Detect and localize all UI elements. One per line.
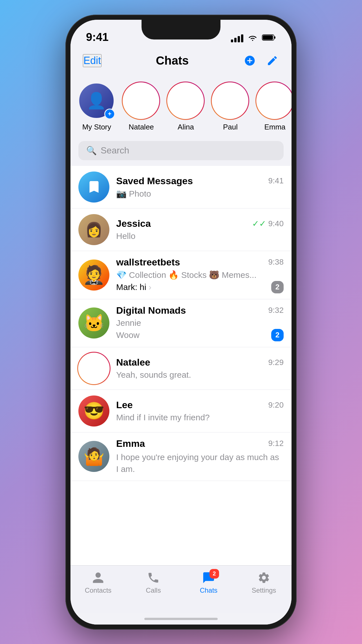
paul-story-avatar-wrap: 👨 [212, 83, 249, 119]
digital-nomads-badge: 2 [271, 329, 284, 341]
status-time: 9:41 [86, 31, 109, 43]
settings-label: Settings [252, 586, 276, 594]
add-story-button[interactable]: + [104, 109, 115, 119]
digital-nomads-name: Digital Nomads [116, 305, 186, 316]
wsb-avatar: 🤵 [78, 260, 109, 291]
natalee-name: Natalee [116, 357, 150, 368]
saved-messages-preview: 📷 Photo [116, 189, 284, 199]
digital-nomads-content: Digital Nomads 9:32 Jennie Woow 2 [116, 305, 284, 341]
lee-time: 9:20 [268, 401, 284, 410]
tab-contacts[interactable]: Contacts [78, 571, 118, 594]
wsb-content: wallstreetbets 9:38 💎 Collection 🔥 Stock… [116, 257, 284, 293]
search-input-wrap[interactable]: 🔍 Search [78, 141, 284, 160]
battery-icon [262, 34, 276, 43]
search-placeholder: Search [101, 145, 129, 156]
story-item-mystory[interactable]: 👤 + My Story [78, 83, 115, 131]
chat-item-jessica[interactable]: 👩 Jessica ✓✓ 9:40 Hello [70, 208, 292, 251]
jessica-check-icon: ✓✓ [252, 219, 266, 228]
calls-label: Calls [146, 586, 161, 594]
tab-settings[interactable]: Settings [244, 571, 284, 594]
paul-story-label: Paul [223, 123, 238, 131]
lee-avatar: 😎 [78, 395, 109, 427]
lee-preview: Mind if I invite my friend? [116, 413, 284, 422]
phone-frame: 9:41 [65, 15, 297, 630]
contacts-icon [92, 571, 105, 584]
lee-name: Lee [116, 399, 133, 410]
natalee-story-label: Natalee [129, 123, 154, 131]
digital-nomads-preview-line2: Woow [116, 330, 140, 340]
nav-icons [243, 54, 279, 67]
compose-button[interactable] [266, 54, 279, 67]
story-item-paul[interactable]: 👨 Paul [212, 83, 249, 131]
chat-list: Saved Messages 9:41 📷 Photo 👩 Jessica ✓✓ [70, 166, 292, 565]
chats-label: Chats [200, 586, 218, 594]
nav-bar: Edit Chats [70, 48, 292, 73]
emma-avatar: 🤷 [78, 441, 109, 472]
edit-button[interactable]: Edit [83, 54, 101, 67]
jessica-time: 9:40 [268, 219, 284, 228]
my-story-label: My Story [82, 123, 111, 131]
wsb-badge: 2 [271, 281, 284, 293]
chat-item-digital-nomads[interactable]: 🐱 Digital Nomads 9:32 Jennie Woow 2 [70, 299, 292, 347]
svg-rect-2 [263, 35, 273, 40]
saved-messages-avatar [78, 172, 109, 203]
natalee-content: Natalee 9:29 Yeah, sounds great. [116, 357, 284, 380]
contacts-label: Contacts [85, 586, 112, 594]
jessica-content: Jessica ✓✓ 9:40 Hello [116, 218, 284, 241]
phone-screen: 9:41 [70, 20, 292, 625]
page-title: Chats [156, 54, 189, 67]
calls-icon [147, 571, 160, 584]
saved-messages-time: 9:41 [268, 176, 284, 185]
jessica-avatar: 👩 [78, 214, 109, 245]
emma-name: Emma [116, 438, 145, 449]
chat-item-lee[interactable]: 😎 Lee 9:20 Mind if I invite my friend? [70, 390, 292, 432]
chat-item-emma[interactable]: 🤷 Emma 9:12 I hope you're enjoying your … [70, 432, 292, 481]
wsb-time: 9:38 [268, 258, 284, 267]
story-item-natalee[interactable]: 👩 Natalee [123, 83, 160, 131]
search-icon: 🔍 [86, 146, 97, 155]
natalee-time: 9:29 [268, 358, 284, 367]
home-indicator [70, 613, 292, 625]
wifi-icon [247, 34, 258, 43]
settings-icon [257, 571, 270, 584]
natalee-ring [77, 352, 111, 385]
emma-preview: I hope you're enjoying your day as much … [116, 451, 284, 475]
digital-nomads-avatar: 🐱 [78, 307, 109, 339]
alina-story-label: Alina [178, 123, 194, 131]
alina-story-avatar-wrap: 👩 [167, 83, 204, 119]
home-bar [144, 618, 218, 620]
chat-item-saved[interactable]: Saved Messages 9:41 📷 Photo [70, 166, 292, 208]
wsb-name: wallstreetbets [116, 257, 180, 268]
saved-messages-content: Saved Messages 9:41 📷 Photo [116, 175, 284, 199]
wsb-preview-line2: Mark: hi › [116, 282, 151, 292]
search-bar: 🔍 Search [70, 141, 292, 166]
story-ring-alina [166, 82, 205, 120]
jessica-preview: Hello [116, 231, 284, 241]
lee-content: Lee 9:20 Mind if I invite my friend? [116, 399, 284, 422]
tab-bar: Contacts Calls 2 Chats [70, 565, 292, 613]
tab-chats[interactable]: 2 Chats [189, 571, 228, 594]
tab-calls[interactable]: Calls [134, 571, 173, 594]
story-item-emma-story[interactable]: 👩 Emma [257, 83, 292, 131]
my-story-avatar-wrap: 👤 + [78, 83, 115, 119]
story-ring-paul [211, 82, 249, 120]
emma-story-label: Emma [264, 123, 285, 131]
digital-nomads-preview-line1: Jennie [116, 318, 284, 328]
emma-content: Emma 9:12 I hope you're enjoying your da… [116, 438, 284, 475]
svg-rect-1 [274, 36, 275, 39]
story-item-alina[interactable]: 👩 Alina [167, 83, 204, 131]
chat-item-wallstreetbets[interactable]: 🤵 wallstreetbets 9:38 💎 Collection 🔥 Sto… [70, 251, 292, 299]
stories-row: 👤 + My Story 👩 Natalee 👩 Alina [70, 73, 292, 141]
chats-icon: 2 [202, 571, 215, 584]
jessica-name: Jessica [116, 218, 151, 229]
story-ring-emma [255, 82, 292, 120]
natalee-avatar-wrap: 👩 [78, 353, 109, 384]
notch [142, 20, 220, 39]
digital-nomads-preview-wrap: Jennie Woow 2 [116, 318, 284, 341]
add-contact-button[interactable] [243, 54, 257, 67]
digital-nomads-time: 9:32 [268, 306, 284, 315]
chat-item-natalee[interactable]: 👩 Natalee 9:29 Yeah, sounds great. [70, 347, 292, 390]
wsb-preview-line1: 💎 Collection 🔥 Stocks 🐻 Memes... [116, 270, 284, 280]
status-icons [231, 34, 276, 43]
signal-bars-icon [231, 34, 243, 42]
